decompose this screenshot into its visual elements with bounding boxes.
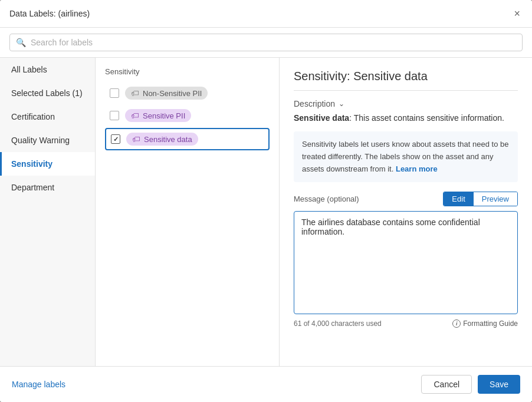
modal-body: All Labels Selected Labels (1) Certifica… (0, 58, 532, 366)
message-textarea[interactable] (294, 211, 518, 314)
tag-icon-purple-pii: 🏷 (131, 111, 139, 120)
detail-title: Sensitivity: Sensitive data (294, 70, 518, 83)
modal-header: Data Labels: (airlines) × (0, 0, 532, 28)
modal-footer: Manage labels Cancel Save (0, 366, 532, 402)
tab-edit[interactable]: Edit (444, 192, 473, 206)
message-header: Message (optional) Edit Preview (294, 192, 518, 206)
sidebar-item-department[interactable]: Department (0, 176, 95, 199)
message-label: Message (optional) (294, 195, 359, 203)
label-item-sensitive-pii[interactable]: 🏷 Sensitive PII (105, 106, 270, 126)
search-icon: 🔍 (16, 38, 26, 47)
chevron-down-icon: ⌄ (339, 100, 344, 108)
label-item-sensitive-data[interactable]: 🏷 Sensitive data (105, 128, 270, 150)
sidebar: All Labels Selected Labels (1) Certifica… (0, 58, 96, 366)
learn-more-link[interactable]: Learn more (396, 164, 438, 173)
description-label: Description (294, 99, 335, 108)
search-input[interactable] (31, 38, 516, 47)
info-circle-icon: i (452, 319, 461, 328)
tag-icon-purple-data: 🏷 (132, 134, 140, 144)
sensitive-pii-pill: 🏷 Sensitive PII (125, 109, 191, 122)
close-button[interactable]: × (511, 7, 523, 20)
cancel-button[interactable]: Cancel (421, 375, 472, 394)
detail-divider (294, 90, 518, 91)
formatting-guide-link[interactable]: i Formatting Guide (452, 319, 518, 328)
sidebar-item-selected-labels[interactable]: Selected Labels (1) (0, 81, 95, 105)
section-label: Sensitivity (105, 67, 270, 76)
detail-panel: Sensitivity: Sensitive data Description … (280, 58, 532, 366)
footer-buttons: Cancel Save (421, 375, 520, 394)
sensitive-pii-checkbox[interactable] (110, 111, 119, 120)
search-bar: 🔍 (0, 28, 532, 58)
modal-title: Data Labels: (airlines) (9, 9, 90, 18)
sensitive-data-checkbox[interactable] (111, 134, 120, 144)
middle-panel: Sensitivity 🏷 Non-Sensitive PII 🏷 Sensit… (96, 58, 280, 366)
search-input-wrap: 🔍 (9, 34, 523, 51)
chars-used: 61 of 4,000 characters used (294, 319, 382, 328)
sidebar-item-certification[interactable]: Certification (0, 105, 95, 128)
info-box: Sensitivity labels let users know about … (294, 131, 518, 182)
sidebar-item-sensitivity[interactable]: Sensitivity (0, 152, 95, 176)
sidebar-item-quality-warning[interactable]: Quality Warning (0, 128, 95, 152)
tag-icon-gray: 🏷 (131, 88, 139, 98)
non-sensitive-pii-checkbox[interactable] (110, 88, 119, 98)
sidebar-item-all-labels[interactable]: All Labels (0, 58, 95, 81)
data-labels-modal: Data Labels: (airlines) × 🔍 All Labels S… (0, 0, 532, 402)
manage-labels-link[interactable]: Manage labels (12, 380, 65, 389)
tab-preview[interactable]: Preview (474, 192, 517, 206)
message-tabs: Edit Preview (443, 192, 518, 206)
non-sensitive-pii-pill: 🏷 Non-Sensitive PII (125, 87, 208, 100)
save-button[interactable]: Save (478, 375, 520, 394)
description-text: Sensitive data: This asset contains sens… (294, 112, 518, 124)
sensitive-data-pill: 🏷 Sensitive data (126, 133, 198, 146)
message-footer: 61 of 4,000 characters used i Formatting… (294, 319, 518, 328)
label-item-non-sensitive-pii[interactable]: 🏷 Non-Sensitive PII (105, 83, 270, 103)
description-header[interactable]: Description ⌄ (294, 99, 518, 108)
